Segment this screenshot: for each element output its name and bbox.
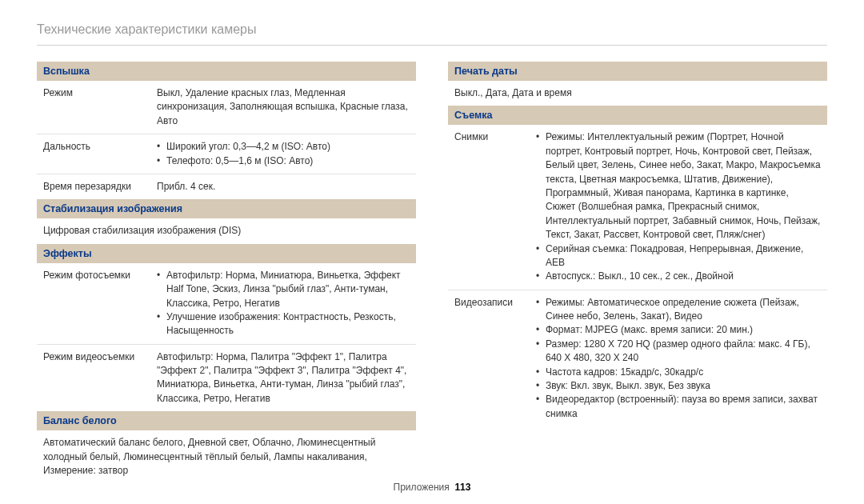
section-shooting-header: Съемка — [448, 106, 827, 125]
section-date-print-header: Печать даты — [448, 62, 827, 81]
section-stabilization-header: Стабилизация изображения — [37, 199, 416, 218]
page: Технические характеристики камеры Вспышк… — [0, 0, 864, 504]
list-item: Звук: Вкл. звук, Выкл. звук, Без звука — [536, 379, 821, 393]
table-row: Снимки Режимы: Интеллектуальный режим (П… — [448, 125, 827, 290]
spec-label-videos: Видеозаписи — [448, 296, 536, 422]
columns: Вспышка Режим Выкл, Удаление красных гла… — [37, 62, 827, 483]
spec-value: Режимы: Интеллектуальный режим (Портрет,… — [536, 130, 821, 283]
list-item: Видеоредактор (встроенный): пауза во вре… — [536, 393, 821, 421]
footer-label: Приложения — [394, 482, 450, 493]
spec-value: Режимы: Автоматическое определение сюжет… — [536, 296, 821, 422]
list-item: Телефото: 0,5—1,6 м (ISO: Авто) — [157, 154, 410, 168]
table-row: Дальность Широкий угол: 0,3—4,2 м (ISO: … — [37, 134, 416, 174]
spec-label-video-mode: Режим видеосъемки — [37, 350, 157, 406]
table-row: Режим фотосъемки Автофильтр: Норма, Мини… — [37, 263, 416, 345]
spec-value: Выкл., Дата, Дата и время — [448, 81, 827, 106]
list-item: Частота кадров: 15кадр/с, 30кадр/с — [536, 366, 821, 379]
section-flash-header: Вспышка — [37, 62, 416, 81]
spec-value: Автоматический баланс белого, Дневной св… — [37, 430, 416, 483]
spec-value: Выкл, Удаление красных глаз, Медленная с… — [157, 86, 410, 128]
page-number: 113 — [454, 482, 470, 493]
table-row: Видеозаписи Режимы: Автоматическое опред… — [448, 290, 827, 427]
spec-value: Автофильтр: Норма, Миниатюра, Виньетка, … — [157, 269, 410, 338]
spec-value: Прибл. 4 сек. — [157, 180, 410, 194]
list-item: Широкий угол: 0,3—4,2 м (ISO: Авто) — [157, 140, 410, 154]
spec-value: Цифровая стабилизация изображения (DIS) — [37, 218, 416, 243]
table-row: Режим видеосъемки Автофильтр: Норма, Пал… — [37, 345, 416, 412]
section-effects-header: Эффекты — [37, 244, 416, 263]
spec-label-range: Дальность — [37, 140, 157, 168]
list-item: Размер: 1280 X 720 HQ (размер одного фай… — [536, 338, 821, 366]
section-white-balance-header: Баланс белого — [37, 411, 416, 430]
spec-label-recharge: Время перезарядки — [37, 180, 157, 194]
table-row: Режим Выкл, Удаление красных глаз, Медле… — [37, 81, 416, 134]
list-item: Режимы: Интеллектуальный режим (Портрет,… — [536, 130, 821, 242]
left-column: Вспышка Режим Выкл, Удаление красных гла… — [37, 62, 416, 483]
page-footer: Приложения 113 — [0, 482, 864, 493]
list-item: Автоспуск.: Выкл., 10 сек., 2 сек., Двой… — [536, 270, 821, 283]
spec-label-photo-mode: Режим фотосъемки — [37, 269, 157, 338]
list-item: Улучшение изображения: Контрастность, Ре… — [157, 310, 410, 338]
table-row: Время перезарядки Прибл. 4 сек. — [37, 174, 416, 199]
list-item: Формат: MJPEG (макс. время записи: 20 ми… — [536, 323, 821, 337]
right-column: Печать даты Выкл., Дата, Дата и время Съ… — [448, 62, 827, 483]
list-item: Режимы: Автоматическое определение сюжет… — [536, 296, 821, 324]
page-title: Технические характеристики камеры — [37, 22, 827, 46]
spec-label-mode: Режим — [37, 86, 157, 128]
spec-label-photos: Снимки — [448, 130, 536, 283]
list-item: Автофильтр: Норма, Миниатюра, Виньетка, … — [157, 269, 410, 310]
spec-value: Широкий угол: 0,3—4,2 м (ISO: Авто) Теле… — [157, 140, 410, 168]
list-item: Серийная съемка: Покадровая, Непрерывная… — [536, 242, 821, 270]
spec-value: Автофильтр: Норма, Палитра "Эффект 1", П… — [157, 350, 410, 406]
